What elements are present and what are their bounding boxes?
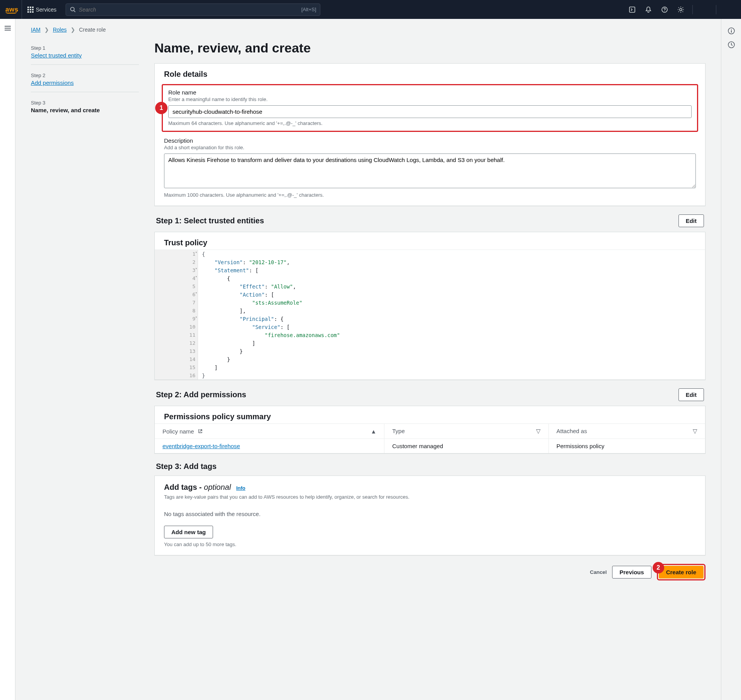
policy-link[interactable]: eventbridge-export-to-firehose [162, 443, 240, 449]
edit-step1-button[interactable]: Edit [678, 214, 704, 227]
policy-type: Customer managed [384, 439, 548, 454]
breadcrumb-iam[interactable]: IAM [31, 27, 41, 33]
svg-point-5 [680, 8, 682, 11]
sort-icon: ▽ [693, 428, 697, 435]
create-role-button[interactable]: Create role [659, 566, 704, 579]
description-textarea[interactable] [164, 153, 696, 188]
wizard-nav: Step 1 Select trusted entity Step 2 Add … [31, 40, 139, 580]
search-input[interactable] [79, 7, 298, 13]
callout-badge: 2 [653, 562, 664, 573]
footer-actions: Cancel Previous 2 Create role [154, 564, 705, 580]
search-icon [70, 7, 76, 12]
previous-button[interactable]: Previous [612, 566, 651, 579]
help-rail [721, 19, 741, 700]
panel-title: Role details [155, 64, 705, 83]
col-policy-name[interactable]: Policy name ▲ [155, 424, 384, 439]
tags-empty: No tags associated with the resource. [164, 511, 696, 517]
role-name-helper: Maximum 64 characters. Use alphanumeric … [168, 120, 692, 126]
code-editor: 1▾{ 2 "Version": "2012-10-17", 3▾ "State… [155, 250, 705, 380]
search-input-wrap[interactable]: [Alt+S] [66, 3, 320, 16]
description-hint: Add a short explanation for this role. [164, 145, 696, 150]
table-row: eventbridge-export-to-firehose Customer … [155, 439, 705, 454]
notifications-icon[interactable] [641, 0, 656, 19]
trust-policy-panel: Trust policy 1▾{ 2 "Version": "2012-10-1… [154, 232, 705, 380]
hamburger-icon[interactable] [5, 26, 11, 30]
page-title: Name, review, and create [154, 40, 705, 56]
role-name-hint: Enter a meaningful name to identify this… [168, 96, 692, 102]
wizard-step-2[interactable]: Add permissions [31, 79, 74, 86]
description-helper: Maximum 1000 characters. Use alphanumeri… [164, 192, 696, 198]
role-name-label: Role name [168, 89, 692, 96]
topnav-right [624, 0, 736, 19]
wizard-step-3: Name, review, and create [31, 107, 100, 113]
chevron-right-icon: ❯ [44, 27, 49, 33]
wizard-step-1[interactable]: Select trusted entity [31, 52, 82, 59]
step-label: Step 1 [31, 45, 139, 51]
callout-badge: 1 [155, 102, 167, 114]
step2-heading: Step 2: Add permissions [156, 390, 246, 399]
sort-asc-icon: ▲ [370, 428, 376, 435]
services-label: Services [36, 7, 57, 13]
role-name-input[interactable] [168, 105, 692, 118]
cloudshell-icon[interactable] [624, 0, 640, 19]
services-menu[interactable]: Services [22, 0, 62, 19]
step-label: Step 3 [31, 100, 139, 106]
top-nav: aws Services [Alt+S] [0, 0, 741, 19]
tags-info-link[interactable]: Info [236, 485, 245, 491]
tags-limit: You can add up to 50 more tags. [164, 541, 696, 547]
chevron-right-icon: ❯ [71, 27, 75, 33]
step1-heading: Step 1: Select trusted entities [156, 216, 264, 225]
breadcrumb: IAM ❯ Roles ❯ Create role [31, 24, 705, 40]
breadcrumb-current: Create role [79, 27, 106, 33]
role-details-panel: Role details 1 Role name Enter a meaning… [154, 63, 705, 206]
col-attached[interactable]: Attached as▽ [548, 424, 705, 439]
info-icon[interactable] [726, 25, 737, 37]
grid-icon [27, 7, 34, 13]
step3-heading: Step 3: Add tags [156, 462, 217, 471]
breadcrumb-roles[interactable]: Roles [53, 27, 67, 33]
add-tag-button[interactable]: Add new tag [164, 526, 213, 538]
aws-logo[interactable]: aws [5, 6, 19, 13]
region-menu[interactable] [720, 0, 736, 19]
svg-point-7 [731, 29, 732, 30]
history-icon[interactable] [726, 39, 737, 51]
permissions-summary-title: Permissions policy summary [155, 406, 705, 423]
tags-title: Add tags - optional [164, 483, 233, 491]
cancel-button[interactable]: Cancel [590, 569, 607, 575]
tags-panel: Add tags - optional Info Tags are key-va… [154, 476, 705, 555]
callout-1: 1 Role name Enter a meaningful name to i… [162, 84, 698, 132]
permissions-table: Policy name ▲ Type▽ Attached as▽ eventbr… [155, 423, 705, 453]
trust-policy-title: Trust policy [155, 232, 705, 250]
search-shortcut: [Alt+S] [301, 7, 316, 12]
policy-attached: Permissions policy [548, 439, 705, 454]
svg-point-4 [664, 11, 665, 12]
account-menu[interactable] [697, 0, 712, 19]
callout-2: 2 Create role [657, 564, 705, 580]
settings-icon[interactable] [673, 0, 689, 19]
svg-point-0 [71, 7, 74, 11]
external-link-icon [198, 429, 203, 433]
svg-line-1 [74, 10, 76, 12]
svg-rect-8 [731, 30, 732, 33]
description-label: Description [164, 137, 696, 144]
permissions-summary-panel: Permissions policy summary Policy name ▲… [154, 406, 705, 454]
help-icon[interactable] [657, 0, 672, 19]
col-type[interactable]: Type▽ [384, 424, 548, 439]
nav-sidebar-collapsed [0, 19, 15, 700]
sort-icon: ▽ [536, 428, 541, 435]
step-label: Step 2 [31, 73, 139, 78]
tags-hint: Tags are key-value pairs that you can ad… [164, 494, 696, 500]
edit-step2-button[interactable]: Edit [678, 388, 704, 401]
